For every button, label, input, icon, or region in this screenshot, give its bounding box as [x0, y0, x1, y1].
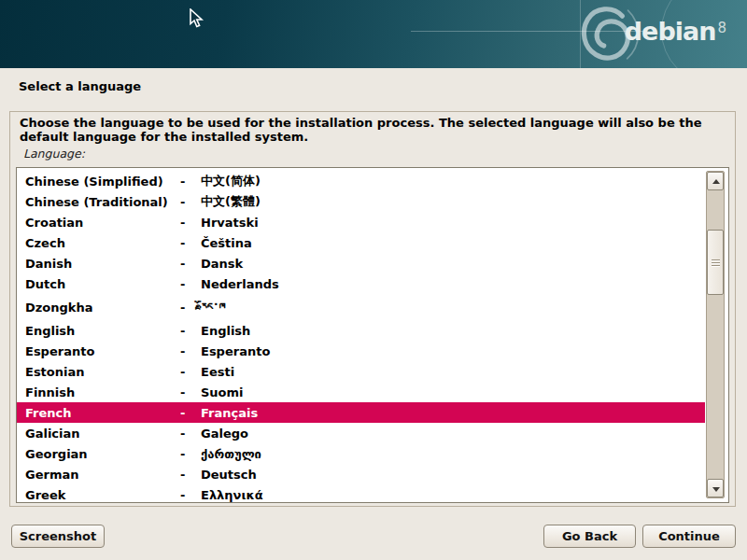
instruction-text: Choose the language to be used for the i… [20, 117, 726, 144]
separator-dash: - [180, 216, 201, 230]
scrollbar-thumb[interactable] [707, 230, 724, 295]
language-english-name: Dzongkha [17, 301, 180, 315]
language-native-name: Ελληνικά [201, 488, 705, 502]
language-english-name: Esperanto [17, 344, 180, 358]
language-english-name: Czech [17, 236, 180, 250]
separator-dash: - [180, 277, 201, 291]
separator-dash: - [180, 344, 201, 358]
separator-dash: - [180, 195, 201, 209]
language-english-name: Georgian [17, 447, 180, 461]
debian-version: 8 [717, 20, 726, 36]
language-rows: Chinese (Simplified)-中文(简体)Chinese (Trad… [17, 171, 705, 503]
language-row[interactable]: Galician-Galego [17, 423, 705, 443]
language-row[interactable]: Danish-Dansk [17, 253, 705, 273]
language-english-name: Greek [17, 488, 180, 502]
language-native-name: English [201, 324, 705, 338]
language-row[interactable]: Croatian-Hrvatski [17, 212, 705, 232]
language-native-name: Nederlands [201, 277, 705, 291]
language-native-name: Galego [201, 427, 705, 441]
chevron-down-icon [712, 487, 720, 492]
language-row[interactable]: French-Français [17, 402, 705, 423]
language-native-name: 中文(繁體) [201, 193, 705, 210]
language-native-name: Čeština [201, 236, 705, 250]
mouse-cursor-icon [190, 8, 204, 29]
scrollbar-down-button[interactable] [707, 479, 724, 497]
language-field-label: Language: [23, 147, 85, 161]
debian-wordmark: debian8 [625, 19, 726, 44]
language-row[interactable]: Dutch-Nederlands [17, 273, 705, 294]
language-english-name: German [17, 468, 180, 482]
language-native-name: Dansk [201, 257, 705, 271]
language-english-name: English [17, 324, 180, 338]
thumb-grip [712, 259, 720, 260]
scrollbar-track[interactable] [706, 171, 725, 498]
language-english-name: Galician [17, 427, 180, 441]
language-english-name: Chinese (Traditional) [17, 195, 180, 209]
scrollbar-up-button[interactable] [707, 172, 724, 190]
language-native-name: Suomi [201, 385, 705, 399]
page-title: Select a language [19, 79, 141, 93]
thumb-grip [712, 265, 720, 266]
separator-dash: - [180, 447, 201, 461]
continue-button[interactable]: Continue [642, 525, 736, 548]
language-row[interactable]: Czech-Čeština [17, 232, 705, 253]
chevron-up-icon [712, 179, 720, 184]
separator-dash: - [180, 406, 201, 420]
separator-dash: - [180, 257, 201, 271]
language-native-name: Français [201, 406, 705, 420]
language-listbox[interactable]: Chinese (Simplified)-中文(简体)Chinese (Trad… [16, 167, 729, 503]
language-row[interactable]: Greek-Ελληνικά [17, 484, 705, 503]
language-row[interactable]: Dzongkha-རྫོང་ཁ [17, 294, 705, 320]
separator-dash: - [180, 385, 201, 399]
separator-dash: - [180, 175, 201, 189]
separator-dash: - [180, 365, 201, 379]
separator-dash: - [180, 488, 201, 502]
dialog-frame: Choose the language to be used for the i… [9, 111, 736, 507]
language-row[interactable]: Chinese (Simplified)-中文(简体) [17, 171, 705, 191]
language-native-name: Eesti [201, 365, 705, 379]
go-back-button[interactable]: Go Back [543, 525, 636, 548]
language-row[interactable]: Esperanto-Esperanto [17, 341, 705, 361]
language-english-name: Croatian [17, 216, 180, 230]
language-row[interactable]: Estonian-Eesti [17, 361, 705, 382]
separator-dash: - [180, 301, 201, 315]
language-row[interactable]: Chinese (Traditional)-中文(繁體) [17, 191, 705, 212]
screenshot-button[interactable]: Screenshot [11, 525, 105, 548]
language-english-name: French [17, 406, 180, 420]
language-english-name: Estonian [17, 365, 180, 379]
language-row[interactable]: Georgian-ქართული [17, 443, 705, 464]
thumb-grip [712, 262, 720, 263]
language-row[interactable]: German-Deutsch [17, 464, 705, 484]
language-row[interactable]: English-English [17, 320, 705, 341]
separator-dash: - [180, 427, 201, 441]
language-native-name: Esperanto [201, 344, 705, 358]
installer-banner: debian8 [0, 0, 747, 68]
language-native-name: རྫོང་ཁ [201, 301, 705, 315]
language-native-name: ქართული [201, 447, 705, 461]
language-native-name: Hrvatski [201, 216, 705, 230]
language-english-name: Finnish [17, 385, 180, 399]
separator-dash: - [180, 468, 201, 482]
separator-dash: - [180, 324, 201, 338]
language-native-name: Deutsch [201, 468, 705, 482]
language-row[interactable]: Finnish-Suomi [17, 382, 705, 402]
language-english-name: Dutch [17, 277, 180, 291]
language-native-name: 中文(简体) [201, 173, 705, 189]
language-english-name: Danish [17, 257, 180, 271]
separator-dash: - [180, 236, 201, 250]
language-english-name: Chinese (Simplified) [17, 175, 180, 189]
